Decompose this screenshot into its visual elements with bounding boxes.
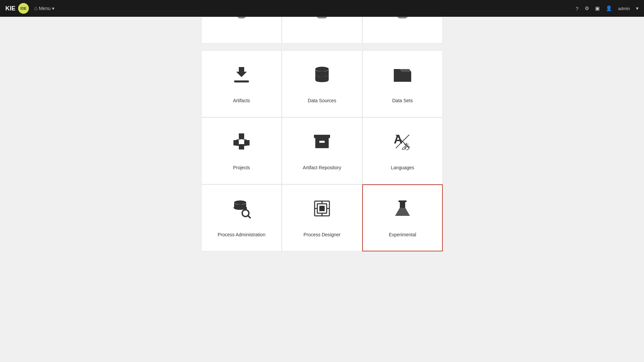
tile-data-sources[interactable]: Data Sources <box>282 50 362 117</box>
svg-marker-1 <box>236 67 247 77</box>
tile-grid: Artifacts Data Sources Data Sets Project… <box>201 44 443 251</box>
svg-rect-27 <box>319 206 325 211</box>
top-tile-1: 6 <box>201 17 282 44</box>
navbar-right: ? ⚙ ▣ 👤 admin ▾ <box>576 5 639 11</box>
user-icon: 👤 <box>606 5 612 11</box>
top-partial-row: 6 89 13 <box>201 17 443 44</box>
menu-button[interactable]: Menu ▾ <box>39 6 54 11</box>
svg-rect-0 <box>234 80 249 82</box>
svg-rect-4 <box>233 140 239 145</box>
svg-text:あ: あ <box>402 141 410 150</box>
svg-rect-12 <box>315 138 329 148</box>
languages-icon: A あ <box>392 131 413 160</box>
brand[interactable]: KIE IDE <box>5 3 29 14</box>
data-sources-label: Data Sources <box>308 98 336 103</box>
svg-line-20 <box>248 216 250 218</box>
process-designer-label: Process Designer <box>304 232 341 237</box>
svg-point-2 <box>315 67 329 71</box>
projects-label: Projects <box>233 165 250 170</box>
svg-rect-30 <box>398 200 407 202</box>
process-designer-icon <box>312 198 332 227</box>
artifacts-label: Artifacts <box>233 98 250 103</box>
projects-icon <box>231 131 252 160</box>
menu-chevron-icon: ▾ <box>52 6 54 11</box>
tile-artifacts[interactable]: Artifacts <box>201 50 282 117</box>
languages-label: Languages <box>391 165 414 170</box>
svg-text:A: A <box>394 132 402 146</box>
svg-marker-31 <box>395 208 410 216</box>
svg-point-18 <box>234 200 246 204</box>
display-icon[interactable]: ▣ <box>595 5 600 11</box>
artifacts-icon <box>231 64 252 93</box>
svg-rect-3 <box>239 133 244 139</box>
artifact-repository-label: Artifact Repository <box>303 165 341 170</box>
svg-rect-13 <box>319 141 325 143</box>
tile-process-administration[interactable]: Process Administration <box>201 184 282 251</box>
data-sets-label: Data Sets <box>392 98 413 103</box>
svg-rect-6 <box>239 144 244 149</box>
artifact-repository-icon <box>312 131 332 160</box>
admin-chevron-icon: ▾ <box>636 5 639 11</box>
process-administration-label: Process Administration <box>218 232 265 237</box>
experimental-icon <box>392 198 413 227</box>
tile-languages[interactable]: A あ Languages <box>362 117 443 184</box>
navbar: KIE IDE ⌂ Menu ▾ ? ⚙ ▣ 👤 admin ▾ <box>0 0 644 17</box>
data-sets-icon <box>392 64 413 93</box>
home-icon[interactable]: ⌂ <box>34 5 38 11</box>
tile-data-sets[interactable]: Data Sets <box>362 50 443 117</box>
tile-process-designer[interactable]: Process Designer <box>282 184 362 251</box>
admin-label[interactable]: admin <box>618 6 630 11</box>
brand-text: KIE <box>5 5 15 12</box>
experimental-label: Experimental <box>389 232 416 237</box>
svg-rect-5 <box>244 140 250 145</box>
menu-label: Menu <box>39 6 51 11</box>
top-tile-3: 13 <box>362 17 443 44</box>
svg-rect-11 <box>314 135 330 138</box>
svg-line-8 <box>241 139 247 140</box>
tile-experimental[interactable]: Experimental <box>362 184 443 251</box>
tile-artifact-repository[interactable]: Artifact Repository <box>282 117 362 184</box>
settings-icon[interactable]: ⚙ <box>585 5 589 11</box>
ide-badge: IDE <box>18 3 29 14</box>
help-icon[interactable]: ? <box>576 6 578 11</box>
data-sources-icon <box>312 64 332 93</box>
main-content: 6 89 13 Artifacts Data Sources Data Sets <box>0 17 644 265</box>
tile-projects[interactable]: Projects <box>201 117 282 184</box>
svg-line-7 <box>236 139 241 140</box>
process-administration-icon <box>231 198 252 227</box>
top-tile-2: 89 <box>282 17 362 44</box>
